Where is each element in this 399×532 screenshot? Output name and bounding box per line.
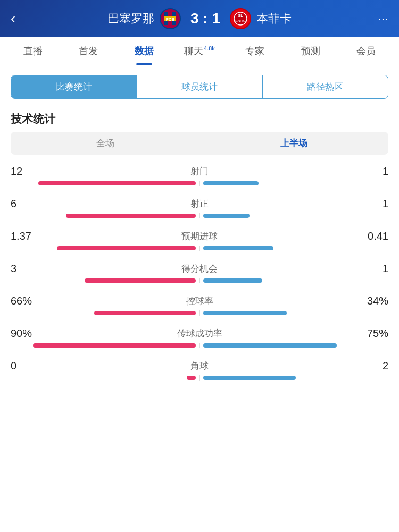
bar-left-wrap: [11, 376, 196, 380]
sub-tab-match-stats[interactable]: 比赛统计: [11, 75, 137, 98]
tab-data[interactable]: 数据: [117, 37, 172, 65]
nav-tabs: 直播 首发 数据 聊天4.8k 专家 预测 会员: [0, 37, 399, 65]
back-button[interactable]: ‹: [11, 10, 32, 27]
stat-labels: 3 得分机会 1: [11, 263, 388, 275]
stat-row: 90% 传球成功率 75%: [11, 327, 388, 348]
bar-left-wrap: [11, 246, 196, 250]
bar-divider: [199, 375, 200, 381]
tab-live[interactable]: 直播: [5, 37, 61, 65]
bar-right: [203, 181, 259, 185]
sub-tab-heatmap[interactable]: 路径热区: [263, 75, 388, 98]
svg-text:FCB: FCB: [166, 17, 175, 22]
bar-left-wrap: [11, 278, 196, 283]
stat-row: 6 射正 1: [11, 198, 388, 218]
period-selector: 全场 上半场: [11, 132, 388, 155]
tab-lineup[interactable]: 首发: [61, 37, 116, 65]
stat-left-value: 66%: [11, 295, 43, 307]
bar-right-wrap: [203, 311, 388, 315]
bar-left: [85, 278, 196, 283]
stat-right-value: 1: [356, 165, 388, 178]
bar-right-wrap: [203, 214, 388, 218]
sub-tabs: 比赛统计 球员统计 路径热区: [11, 75, 388, 99]
stat-name: 角球: [43, 360, 356, 372]
bar-left: [187, 376, 196, 380]
stat-name: 射正: [43, 198, 356, 210]
period-first-half[interactable]: 上半场: [200, 132, 388, 155]
bar-left: [57, 246, 196, 250]
bar-divider: [199, 343, 200, 348]
bar-right: [203, 376, 296, 380]
bar-right: [203, 311, 287, 315]
stat-row: 0 角球 2: [11, 360, 388, 381]
stat-right-value: 2: [356, 360, 388, 372]
stat-labels: 66% 控球率 34%: [11, 295, 388, 307]
bar-left: [33, 343, 196, 348]
away-team-name: 本菲卡: [256, 11, 292, 27]
bar-divider: [199, 246, 200, 251]
bar-divider: [199, 181, 200, 186]
stat-row: 1.37 预期进球 0.41: [11, 230, 388, 251]
bar-left-wrap: [11, 311, 196, 315]
match-info: 巴塞罗那 FCB 3 : 1 SL BENFICA 本菲卡: [32, 8, 367, 29]
stats-container: 12 射门 1 6 射正 1: [0, 160, 399, 403]
stat-row: 66% 控球率 34%: [11, 295, 388, 316]
stat-name: 传球成功率: [43, 327, 356, 340]
stat-left-value: 12: [11, 165, 43, 178]
stat-right-value: 75%: [356, 327, 388, 340]
stat-right-value: 34%: [356, 295, 388, 307]
period-full[interactable]: 全场: [11, 132, 200, 155]
stat-left-value: 3: [11, 263, 43, 275]
header: ‹ 巴塞罗那 FCB 3 : 1 SL BENFICA 本菲卡 ···: [0, 0, 399, 37]
away-team-logo: SL BENFICA: [230, 8, 251, 29]
stat-bars: [11, 375, 388, 381]
stat-name: 预期进球: [43, 230, 356, 242]
stat-bars: [11, 181, 388, 186]
match-score: 3 : 1: [190, 10, 220, 27]
stat-labels: 90% 传球成功率 75%: [11, 327, 388, 340]
bar-right-wrap: [203, 181, 388, 185]
stat-bars: [11, 310, 388, 316]
stat-left-value: 0: [11, 360, 43, 372]
stat-labels: 6 射正 1: [11, 198, 388, 210]
bar-right-wrap: [203, 278, 388, 283]
bar-left: [66, 214, 196, 218]
stat-name: 控球率: [43, 295, 356, 307]
stat-bars: [11, 246, 388, 251]
bar-divider: [199, 278, 200, 283]
stat-name: 射门: [43, 165, 356, 178]
stat-name: 得分机会: [43, 263, 356, 275]
bar-right: [203, 278, 262, 283]
bar-divider: [199, 310, 200, 316]
svg-text:SL: SL: [238, 14, 244, 18]
tab-expert[interactable]: 专家: [227, 37, 282, 65]
home-team-name: 巴塞罗那: [107, 11, 154, 27]
sub-tab-player-stats[interactable]: 球员统计: [137, 75, 262, 98]
bar-left: [38, 181, 196, 185]
stat-left-value: 90%: [11, 327, 43, 340]
stat-right-value: 1: [356, 263, 388, 275]
tab-vip[interactable]: 会员: [338, 37, 394, 65]
bar-right-wrap: [203, 376, 388, 380]
stat-left-value: 1.37: [11, 230, 43, 242]
bar-right-wrap: [203, 343, 388, 348]
bar-right: [203, 246, 273, 250]
bar-right: [203, 343, 337, 348]
bar-right-wrap: [203, 246, 388, 250]
stat-left-value: 6: [11, 198, 43, 210]
stat-bars: [11, 278, 388, 283]
stat-right-value: 1: [356, 198, 388, 210]
stat-labels: 12 射门 1: [11, 165, 388, 178]
stat-row: 3 得分机会 1: [11, 263, 388, 283]
chat-badge: 4.8k: [204, 45, 215, 52]
stat-labels: 0 角球 2: [11, 360, 388, 372]
section-title: 技术统计: [0, 108, 399, 132]
more-button[interactable]: ···: [367, 11, 388, 26]
stat-labels: 1.37 预期进球 0.41: [11, 230, 388, 242]
stat-bars: [11, 343, 388, 348]
tab-predict[interactable]: 预测: [282, 37, 338, 65]
svg-text:BENFICA: BENFICA: [234, 19, 247, 22]
tab-chat[interactable]: 聊天4.8k: [172, 37, 227, 65]
stat-right-value: 0.41: [356, 230, 388, 242]
bar-right: [203, 214, 250, 218]
stat-bars: [11, 213, 388, 218]
